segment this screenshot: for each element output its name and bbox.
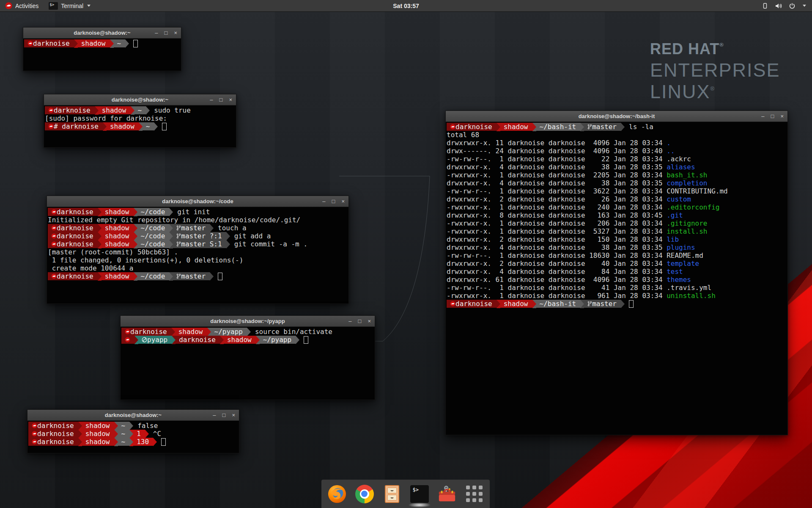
terminal-content[interactable]: darknoiseshadow~sudo true[sudo] password… bbox=[44, 105, 236, 148]
terminal-logo-icon: $> bbox=[410, 485, 429, 503]
power-icon bbox=[789, 3, 796, 9]
maximize-button[interactable]: □ bbox=[771, 111, 774, 121]
volume-icon bbox=[775, 3, 782, 9]
desktop: RED HAT® ENTERPRISE LINUX® Activities $>… bbox=[0, 0, 812, 508]
maximize-button[interactable]: □ bbox=[165, 28, 168, 38]
powerline-arrow-icon bbox=[103, 122, 107, 131]
terminal-line: darknoiseshadow~/bash-itmaster bbox=[447, 300, 787, 308]
command-text: touch a bbox=[214, 224, 246, 232]
app-menu-button[interactable]: $> Terminal bbox=[44, 0, 96, 11]
prompt-segment-user: darknoise bbox=[447, 300, 497, 308]
prompt-segment-user: darknoise bbox=[447, 123, 497, 131]
close-button[interactable]: × bbox=[229, 94, 232, 105]
toolbox-dock-icon[interactable] bbox=[437, 484, 457, 504]
powerline-arrow-icon bbox=[78, 430, 82, 438]
window-controls: –□× bbox=[322, 196, 345, 207]
close-button[interactable]: × bbox=[780, 111, 784, 121]
powerline-arrow-icon bbox=[220, 336, 224, 344]
chevron-down-icon bbox=[87, 5, 91, 7]
minimize-button[interactable]: – bbox=[348, 316, 351, 326]
ls-row-meta: -rw-rw-r--. 1 darknoise darknoise 3622 J… bbox=[447, 187, 667, 195]
prompt-segment-user bbox=[121, 336, 134, 344]
minimize-button[interactable]: – bbox=[210, 94, 213, 105]
app-grid-dock-icon[interactable] bbox=[464, 484, 485, 504]
window-title: darknoise@shadow:~/pyapp bbox=[121, 318, 375, 324]
terminal-line: -rw-rw-r--. 1 darknoise darknoise 41 Jan… bbox=[447, 284, 787, 292]
prompt-segment-user: darknoise bbox=[24, 39, 74, 47]
maximize-button[interactable]: □ bbox=[222, 410, 226, 420]
prompt-segment-user: darknoise bbox=[48, 232, 98, 240]
firefox-dock-icon[interactable] bbox=[327, 484, 347, 504]
prompt-segment-path: ~ bbox=[143, 122, 154, 130]
terminal-content[interactable]: darknoiseshadow~/bash-itmasterls -latota… bbox=[446, 122, 787, 436]
powerline-arrow-icon bbox=[169, 240, 173, 248]
terminal-sudo-titlebar[interactable]: darknoise@shadow:~–□× bbox=[44, 94, 236, 105]
terminal-output-text: create mode 100644 a bbox=[48, 264, 133, 272]
prompt-segment-path: ~ bbox=[134, 106, 146, 114]
ls-row-filename: uninstall.sh bbox=[667, 292, 716, 300]
terminal-code-titlebar[interactable]: darknoise@shadow:~/code–□× bbox=[47, 196, 348, 207]
powerline-arrow-icon bbox=[78, 438, 82, 446]
maximize-button[interactable]: □ bbox=[358, 316, 362, 326]
terminal-line: darknoiseshadow~/codegit init bbox=[48, 208, 348, 216]
redhat-prompt-icon bbox=[51, 233, 57, 239]
terminal-dock-icon[interactable]: $> bbox=[409, 484, 430, 504]
window-title: darknoise@shadow:~ bbox=[44, 97, 236, 103]
close-button[interactable]: × bbox=[341, 196, 345, 207]
activities-button[interactable]: Activities bbox=[0, 0, 44, 11]
terminal-home-small-titlebar[interactable]: darknoise@shadow:~–□× bbox=[23, 28, 181, 39]
redhat-prompt-icon bbox=[125, 329, 130, 334]
close-button[interactable]: × bbox=[232, 410, 235, 420]
branch-icon bbox=[176, 233, 181, 239]
powerline-arrow-icon bbox=[153, 438, 157, 446]
terminal-line: Initialized empty Git repository in /hom… bbox=[48, 216, 348, 224]
branch-icon bbox=[587, 301, 592, 306]
brand-line-3: LINUX® bbox=[650, 82, 780, 101]
brand-line-2: ENTERPRISE bbox=[650, 61, 780, 80]
powerline-arrow-icon bbox=[134, 232, 137, 240]
minimize-button[interactable]: – bbox=[155, 28, 158, 38]
command-text: source bin/activate bbox=[251, 328, 332, 336]
minimize-button[interactable]: – bbox=[322, 196, 325, 207]
prompt-segment-path: ~/code bbox=[137, 240, 170, 248]
minimize-button[interactable]: – bbox=[761, 111, 764, 121]
terminal-exit-codes: darknoise@shadow:~–□×darknoiseshadow~fal… bbox=[27, 409, 239, 453]
ls-row-filename: .git bbox=[667, 211, 683, 219]
terminal-exit-codes-titlebar[interactable]: darknoise@shadow:~–□× bbox=[27, 410, 239, 421]
files-dock-icon[interactable] bbox=[382, 484, 402, 504]
maximize-button[interactable]: □ bbox=[332, 196, 335, 207]
window-title: darknoise@shadow:~ bbox=[27, 412, 239, 418]
prompt-segment-exit: 130 bbox=[133, 438, 153, 446]
powerline-arrow-icon bbox=[169, 232, 173, 240]
powerline-arrow-icon bbox=[532, 123, 536, 131]
powerline-arrow-icon bbox=[247, 328, 251, 336]
terminal-pyapp-titlebar[interactable]: darknoise@shadow:~/pyapp–□× bbox=[121, 316, 375, 327]
terminal-line: drwxrwxr-x. 2 darknoise darknoise 150 Ja… bbox=[447, 235, 787, 243]
maximize-button[interactable]: □ bbox=[219, 94, 223, 105]
clock[interactable]: Sat 03:57 bbox=[393, 3, 419, 9]
prompt-segment-user: darknoise bbox=[28, 430, 78, 438]
close-button[interactable]: × bbox=[174, 28, 177, 38]
terminal-output-text: Initialized empty Git repository in /hom… bbox=[48, 216, 300, 224]
powerline-arrow-icon bbox=[98, 240, 102, 248]
terminal-content[interactable]: darknoiseshadow~ bbox=[23, 39, 181, 72]
chrome-dock-icon[interactable] bbox=[354, 484, 375, 504]
minimize-button[interactable]: – bbox=[213, 410, 216, 420]
registered-mark-icon: ® bbox=[710, 86, 716, 92]
terminal-line: darknoiseshadow~/codemaster S:1git commi… bbox=[48, 240, 348, 248]
terminal-line: drwxrwxr-x. 8 darknoise darknoise 163 Ja… bbox=[447, 211, 787, 219]
terminal-content[interactable]: darknoiseshadow~falsedarknoiseshadow~1^C… bbox=[27, 421, 239, 454]
terminal-content[interactable]: darknoiseshadow~/codegit initInitialized… bbox=[47, 207, 348, 304]
powerline-arrow-icon bbox=[134, 224, 137, 232]
terminal-output-text: total 68 bbox=[447, 131, 479, 139]
prompt-segment-user: darknoise bbox=[45, 106, 95, 114]
branch-icon bbox=[176, 273, 181, 279]
close-button[interactable]: × bbox=[368, 316, 371, 326]
terminal-line: # darknoiseshadow~ bbox=[45, 122, 236, 130]
terminal-bash-it-titlebar[interactable]: darknoise@shadow:~/bash-it–□× bbox=[446, 111, 787, 122]
prompt-segment-user: darknoise bbox=[176, 336, 220, 344]
terminal-content[interactable]: darknoiseshadow~/pyappsource bin/activat… bbox=[121, 327, 375, 400]
running-indicator bbox=[408, 502, 431, 508]
ls-row-filename: README.md bbox=[667, 251, 703, 260]
system-status-area[interactable] bbox=[762, 0, 812, 11]
